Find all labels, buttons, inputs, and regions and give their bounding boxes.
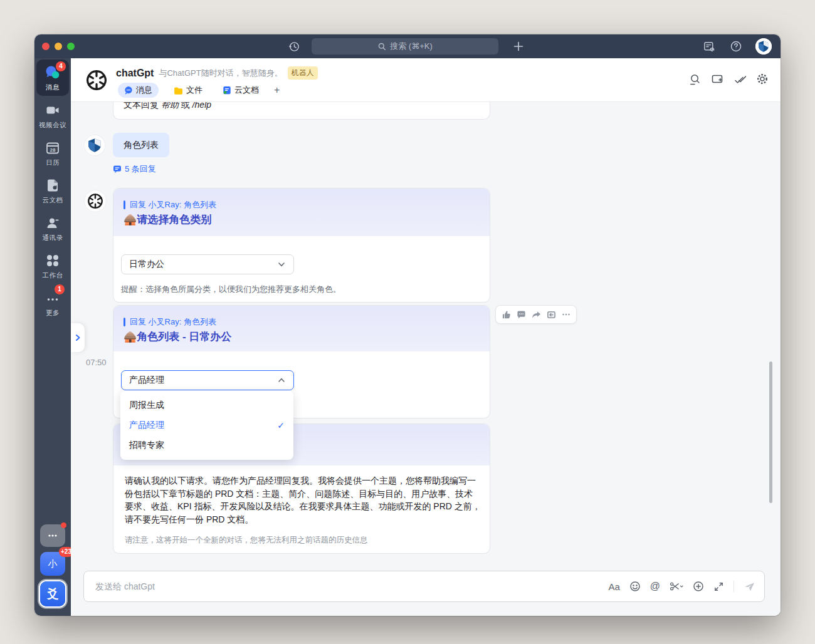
tab-cloud-docs[interactable]: 云文档 [218, 83, 264, 98]
search-icon [377, 42, 386, 51]
more-dots-icon: 1 [45, 290, 61, 306]
card-header: 回复 小叉Ray: 角色列表 🛖角色列表 - 日常办公 [113, 306, 490, 351]
chat-bubble-icon [124, 86, 133, 95]
sidebar: 4 消息 视频会议 28 [34, 58, 71, 616]
role-select[interactable]: 产品经理 [121, 370, 294, 390]
sidebar-item-video-meeting[interactable]: 视频会议 [36, 97, 69, 133]
dropdown-option-selected[interactable]: 产品经理 ✓ [120, 415, 293, 435]
reply-bar [124, 318, 125, 326]
bot-avatar[interactable] [84, 190, 107, 212]
expand-composer-icon[interactable] [713, 581, 724, 592]
dock-more-apps-button[interactable] [40, 524, 65, 547]
help-or: 或 [179, 102, 192, 110]
bot-badge: 机器人 [288, 66, 318, 80]
emoji-icon[interactable] [629, 581, 641, 592]
screenshot-scissors-icon[interactable] [670, 581, 683, 592]
role-dropdown-menu: 周报生成 产品经理 ✓ 招聘专家 [120, 391, 293, 460]
message-timestamp: 07:50 [86, 358, 107, 367]
help-slash-command: /help [192, 102, 211, 110]
reply-to-text[interactable]: 回复 小叉Ray: 角色列表 [130, 316, 216, 328]
close-button[interactable] [42, 43, 50, 50]
more-badge: 1 [55, 284, 65, 294]
reply-bubble-icon [113, 165, 122, 174]
dock-x-app-button[interactable]: 爻 [40, 581, 65, 606]
comment-icon[interactable] [515, 308, 527, 321]
sidebar-item-label: 消息 [46, 83, 60, 92]
text-format-icon[interactable]: Aa [608, 581, 619, 592]
scrollbar-thumb[interactable] [769, 361, 772, 503]
message-hover-toolbar [495, 305, 577, 324]
minimize-button[interactable] [55, 43, 62, 50]
new-tab-plus-icon[interactable] [511, 39, 526, 54]
more-actions-icon[interactable] [560, 308, 572, 321]
new-window-icon[interactable] [710, 72, 724, 86]
user-message-bubble[interactable]: 角色列表 [113, 133, 169, 157]
thread-replies-link[interactable]: 5 条回复 [113, 164, 156, 175]
card-title: 🛖请选择角色类别 [124, 212, 211, 227]
notification-icon[interactable] [702, 39, 717, 54]
person-icon [45, 215, 61, 231]
sidebar-item-label: 视频会议 [39, 121, 66, 130]
check-icon: ✓ [277, 420, 285, 430]
help-icon[interactable] [728, 39, 744, 54]
sidebar-item-cloud-docs[interactable]: 云文档 [36, 172, 69, 209]
x-app-glyph: 爻 [47, 586, 59, 602]
option-label: 产品经理 [129, 420, 164, 431]
dock-more-badge-dot [61, 522, 66, 528]
app-window: 搜索 (⌘+K) [34, 34, 781, 616]
attach-plus-icon[interactable] [693, 581, 704, 592]
tab-add-button[interactable]: + [274, 85, 280, 96]
tab-files[interactable]: 文件 [169, 83, 208, 98]
reply-to-text[interactable]: 回复 小叉Ray: 角色列表 [130, 199, 216, 210]
help-command: 帮助 [161, 102, 179, 110]
reply-bar [124, 200, 125, 209]
sidebar-item-label: 云文档 [43, 196, 63, 205]
sidebar-item-workbench[interactable]: 工作台 [36, 247, 69, 284]
chevron-up-icon [277, 376, 286, 385]
sidebar-expand-handle[interactable] [71, 323, 85, 352]
message-input[interactable] [95, 581, 608, 591]
double-check-icon[interactable] [733, 72, 747, 86]
history-icon[interactable] [287, 39, 302, 54]
chat-main: chatGpt 与ChatGPT随时对话，智慧随身。 机器人 消息 [71, 58, 781, 616]
message-composer: Aa @ [83, 571, 765, 602]
select-value: 产品经理 [129, 375, 164, 386]
dropdown-option[interactable]: 招聘专家 [120, 435, 293, 455]
dock-xiao-app-button[interactable]: 小 +23 [40, 552, 65, 576]
global-search-input[interactable]: 搜索 (⌘+K) [312, 38, 498, 55]
sidebar-item-messages[interactable]: 4 消息 [36, 60, 69, 96]
sender-avatar[interactable] [85, 135, 105, 155]
composer-divider [734, 581, 734, 592]
select-hint: 提醒：选择角色所属分类，以便我们为您推荐更多相关角色。 [121, 284, 341, 295]
chevron-right-icon [74, 334, 82, 341]
settings-gear-icon[interactable] [755, 72, 769, 86]
grid-icon [45, 252, 61, 269]
forward-icon[interactable] [530, 308, 542, 321]
search-placeholder: 搜索 (⌘+K) [390, 41, 433, 52]
mention-icon[interactable]: @ [650, 581, 660, 592]
folder-icon [174, 86, 183, 95]
sidebar-item-more[interactable]: 1 更多 [36, 285, 69, 321]
traffic-lights [42, 43, 75, 50]
tab-messages[interactable]: 消息 [118, 83, 159, 98]
help-text: 文本回复 [124, 102, 161, 110]
chat-search-icon[interactable] [688, 72, 702, 86]
tab-label: 消息 [136, 85, 152, 96]
cloud-doc-icon [223, 86, 231, 95]
category-select[interactable]: 日常办公 [121, 254, 294, 274]
calendar-date: 28 [50, 147, 56, 153]
messages-icon: 4 [45, 65, 61, 81]
sidebar-item-calendar[interactable]: 28 日历 [36, 135, 69, 171]
xiao-app-label: 小 [48, 558, 58, 570]
message-list: 文本回复 帮助 或 /help 角色列表 [71, 102, 781, 616]
send-icon[interactable] [744, 581, 755, 593]
card-title: 🛖角色列表 - 日常办公 [124, 330, 231, 344]
dropdown-option[interactable]: 周报生成 [120, 395, 293, 415]
bookmark-box-icon[interactable] [545, 308, 557, 321]
message-card-help: 文本回复 帮助 或 /help [113, 102, 490, 120]
thumbs-up-icon[interactable] [500, 308, 512, 321]
zoom-button[interactable] [67, 43, 75, 50]
sidebar-item-contacts[interactable]: 通讯录 [36, 210, 69, 246]
user-avatar[interactable] [755, 38, 772, 55]
sidebar-item-label: 日历 [46, 158, 60, 167]
